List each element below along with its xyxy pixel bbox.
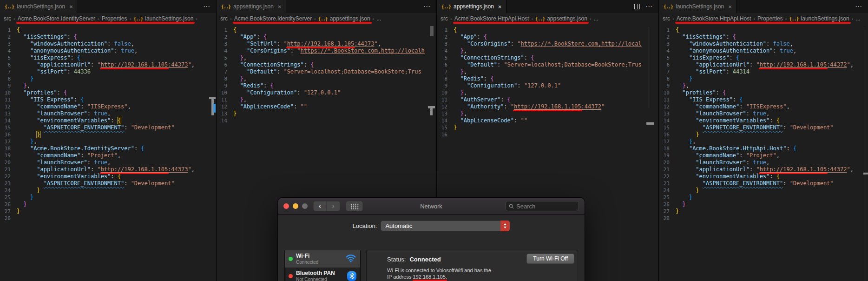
minimize-button[interactable] [293,203,298,209]
network-titlebar[interactable]: Network ‹ › Search [278,198,585,215]
close-button[interactable] [283,203,289,209]
code-line: 24 } [0,187,216,194]
line-number: 25 [659,194,676,201]
close-icon[interactable]: × [498,3,502,10]
show-all-button[interactable] [346,201,363,211]
tab-appsettings.json[interactable]: {..}appsettings.json× [437,0,506,13]
code-line: 26 } [659,201,868,208]
line-number: 4 [659,47,676,54]
breadcrumb-folder[interactable]: Acme.BookStore.IdentityServer [18,15,95,22]
breadcrumb-folder[interactable]: Acme.BookStore.HttpApi.Host [677,15,751,22]
code-line: 14 "AbpLicenseCode": "" [437,117,658,124]
breadcrumb-more[interactable]: ... [376,15,381,22]
line-number: 21 [659,166,676,173]
line-number: 12 [217,103,233,110]
line-number: 9 [659,82,676,89]
forward-button[interactable]: › [327,201,340,211]
location-dropdown[interactable]: Automatic [381,221,510,231]
breadcrumb-folder[interactable]: Properties [102,15,127,22]
code-line: 8 }, [217,75,436,82]
breadcrumb-root[interactable]: src [220,15,228,22]
annotated-url: http://192.168.1.105 [287,40,355,47]
code-line: 7 "Default": "Server=localhost;Database=… [217,68,436,75]
code-editor[interactable]: 1{2 "App": {3 "CorsOrigins": "https://*.… [437,27,658,138]
code-line: 22 "environmentVariables": { [0,173,216,180]
line-number: 9 [217,82,233,89]
scrollbar-marker [649,27,649,108]
breadcrumb-folder[interactable]: Properties [757,15,783,22]
breadcrumb-root[interactable]: src [4,15,11,22]
code-line: 3 "SelfUrl": "http://192.168.1.105:44373… [217,40,436,47]
code-line: 14 "environmentVariables": { [659,117,868,124]
breadcrumb-file[interactable]: appsettings.json [547,15,587,22]
turn-wifi-off-button[interactable]: Turn Wi-Fi Off [526,254,574,264]
service-name: Wi-Fi [296,253,342,259]
breadcrumb-file[interactable]: appsettings.json [330,15,370,22]
line-number: 2 [217,33,233,40]
code-line: 18 "Acme.BookStore.IdentityServer": { [0,145,216,152]
breadcrumb-file[interactable]: launchSettings.json [145,15,193,22]
code-line: 16 [437,131,658,138]
code-line: 11 }, [217,96,436,103]
line-number: 13 [0,110,17,117]
breadcrumb-file[interactable]: launchSettings.json [801,15,849,22]
back-button[interactable]: ‹ [313,201,327,211]
code-editor[interactable]: 1{2 "App": {3 "SelfUrl": "http://192.168… [217,27,436,124]
chevron-right-icon: › [230,16,232,21]
breadcrumb-folder[interactable]: Acme.BookStore.IdentityServer [234,15,312,22]
code-editor[interactable]: 1{2 "iisSettings": {3 "windowsAuthentica… [0,27,216,222]
line-number: 18 [0,145,17,152]
search-icon [509,204,514,209]
tab-appsettings.json[interactable]: {..}appsettings.json× [217,0,286,13]
line-number: 6 [659,61,676,68]
line-number: 7 [659,68,676,75]
network-window: Network ‹ › Search Location: Automatic [278,198,585,281]
line-number: 6 [217,61,233,68]
zoom-button[interactable] [302,203,308,209]
breadcrumb-more[interactable]: ... [594,15,598,22]
line-number: 1 [659,27,676,33]
location-value: Automatic [385,222,412,229]
breadcrumb-root[interactable]: src [663,15,670,22]
line-number: 4 [217,47,233,54]
line-number: 9 [437,82,454,89]
close-icon[interactable]: × [69,3,73,10]
line-number: 22 [659,173,676,180]
editor-pane-1: {..}launchSettings.json×⋯src›Acme.BookSt… [0,0,217,281]
breadcrumb-more[interactable]: ... [855,15,860,22]
code-line: 6 "applicationUrl": "http://192.168.1.10… [659,61,868,68]
line-number: 10 [437,89,454,96]
more-actions-icon[interactable]: ⋯ [855,2,862,11]
status-label: Status: [387,256,406,263]
service-status: Not Connected [296,277,344,281]
split-editor-icon[interactable] [634,4,640,9]
code-line: 1{ [217,27,436,33]
line-number: 3 [437,40,454,47]
tab-label: appsettings.json [233,3,274,10]
line-number: 6 [437,61,454,68]
service-row-Bluetooth PAN[interactable]: Bluetooth PANNot Connected [285,268,360,281]
breadcrumb-root[interactable]: src [441,15,448,22]
tab-launchSettings.json[interactable]: {..}launchSettings.json× [659,0,737,13]
service-row-Wi-Fi[interactable]: Wi-FiConnected [285,250,360,268]
more-actions-icon[interactable]: ⋯ [203,2,210,11]
close-icon[interactable]: × [278,3,282,10]
code-line: 9 }, [0,82,216,89]
line-number: 28 [0,215,17,222]
more-actions-icon[interactable]: ⋯ [423,2,431,11]
search-field[interactable]: Search [506,201,579,211]
tab-launchSettings.json[interactable]: {..}launchSettings.json× [0,0,78,13]
line-number: 19 [659,152,676,159]
code-editor[interactable]: 1{2 "iisSettings": {3 "windowsAuthentica… [659,27,868,222]
line-number: 11 [659,96,676,103]
line-number: 24 [0,187,17,194]
line-number: 8 [659,75,676,82]
breadcrumb-annotated: Acme.BookStore.HttpApi.Host›{..}appsetti… [454,15,587,22]
breadcrumb-folder[interactable]: Acme.BookStore.HttpApi.Host [454,15,529,22]
line-number: 7 [437,68,454,75]
more-actions-icon[interactable]: ⋯ [645,2,653,11]
close-icon[interactable]: × [728,3,732,10]
line-number: 16 [437,131,454,138]
traffic-lights [283,203,308,209]
code-line: 15 "ASPNETCORE_ENVIRONMENT": "Developmen… [659,124,868,131]
